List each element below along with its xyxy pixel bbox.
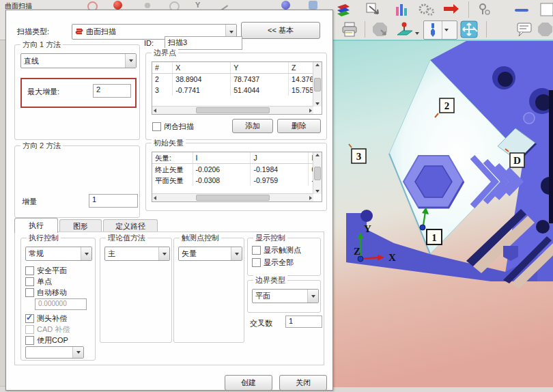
table-header: # X Y Z xyxy=(152,62,322,74)
hit-control-combo[interactable]: 矢量 xyxy=(178,247,242,261)
histogram-icon[interactable] xyxy=(393,1,411,18)
initial-vectors-table[interactable]: 矢量: I J K 终止矢量 -0.0206 -0.1984 0 平面矢量 -0… xyxy=(152,152,322,202)
probe-config-icon[interactable] xyxy=(475,1,493,18)
safe-plane-checkbox[interactable]: 安全平面 xyxy=(25,266,67,276)
pan-view-icon[interactable] xyxy=(460,20,478,38)
probe-comp-checkbox[interactable]: 测头补偿 xyxy=(25,313,67,324)
boundary-type-group: 边界类型 平面 xyxy=(247,280,321,313)
increment-input[interactable]: 1 xyxy=(89,194,138,208)
table-row[interactable]: 3 -0.7741 51.4044 15.755 xyxy=(152,85,322,96)
surface-scan-icon xyxy=(75,28,84,36)
octagon-snap-icon[interactable] xyxy=(371,20,389,38)
boundary-points-group-title: 边界点 xyxy=(152,48,178,58)
tab-define-path[interactable]: 定义路径 xyxy=(103,219,158,233)
scan-type-label: 扫描类型: xyxy=(17,27,49,37)
delete-button[interactable]: 删除 xyxy=(277,119,321,133)
chevron-down-icon[interactable] xyxy=(158,247,169,260)
chevron-down-icon[interactable] xyxy=(72,347,83,358)
cad-feature-icon[interactable] xyxy=(309,1,317,10)
direction1-group: 方向 1 方法 直线 最大增量: 2 xyxy=(14,44,140,140)
max-increment-input[interactable]: 2 xyxy=(93,84,131,98)
nominals-method-group: 理论值方法 主 xyxy=(100,238,172,343)
vertical-scrollbar[interactable] xyxy=(313,62,322,107)
execution-tab-page: 执行控制 常规 安全平面 单点 自动移动 0.000000 测头补偿 CAD 补… xyxy=(14,232,324,365)
cop-combo[interactable] xyxy=(25,346,84,359)
direction2-group-title: 方向 2 方法 xyxy=(20,141,63,151)
add-button[interactable]: 添加 xyxy=(232,119,273,133)
chevron-down-icon[interactable] xyxy=(231,247,242,260)
point-feature-icon[interactable] xyxy=(145,3,150,8)
table-row[interactable]: 2 38.8904 78.7437 14.376 xyxy=(152,74,322,85)
single-point-checkbox[interactable]: 单点 xyxy=(25,277,52,287)
nominals-method-combo[interactable]: 主 xyxy=(104,247,170,261)
export-arrow-icon[interactable] xyxy=(365,1,382,18)
horizontal-scrollbar[interactable] xyxy=(152,193,313,201)
vertical-scrollbar[interactable] xyxy=(313,152,322,194)
show-all-checkbox[interactable]: 显示全部 xyxy=(252,257,294,268)
red-arrow-icon[interactable] xyxy=(442,1,460,18)
hit-control-group-title: 触测点控制 xyxy=(180,233,221,243)
table-row[interactable]: 终止矢量 -0.0206 -0.1984 0 xyxy=(152,164,322,175)
horizontal-scrollbar[interactable] xyxy=(152,106,313,114)
chevron-down-icon[interactable] xyxy=(307,290,318,303)
comment-icon[interactable] xyxy=(516,20,534,38)
print-icon[interactable] xyxy=(341,20,359,38)
create-button[interactable]: 创建 xyxy=(225,375,272,391)
tab-graphics[interactable]: 图形 xyxy=(59,219,102,233)
display-control-group-title: 显示控制 xyxy=(253,233,287,243)
vector-feature-icon[interactable]: Y xyxy=(195,1,203,9)
nominals-group-title: 理论值方法 xyxy=(106,233,147,243)
gears-icon[interactable] xyxy=(418,1,436,18)
boundary-type-group-title: 边界类型 xyxy=(253,275,287,285)
increment-label: 增量 xyxy=(22,197,37,207)
table-header: 矢量: I J K xyxy=(152,152,322,164)
auto-move-checkbox[interactable]: 自动移动 xyxy=(25,288,67,298)
chevron-down-icon[interactable] xyxy=(81,247,91,260)
sphere-feature-icon[interactable] xyxy=(113,1,122,10)
marker-3: 3 xyxy=(356,151,362,162)
part-edge-shadow xyxy=(549,90,553,223)
3d-viewport[interactable]: Y X Z 2 3 D 1 xyxy=(332,40,553,387)
ruler-icon[interactable] xyxy=(513,1,531,18)
chevron-down-icon[interactable] xyxy=(125,54,136,68)
document-icon[interactable] xyxy=(538,1,553,18)
crossings-input[interactable]: 1 xyxy=(285,316,322,328)
direction2-group: 方向 2 方法 增量 1 xyxy=(14,145,140,218)
use-cop-checkbox[interactable]: 使用COP xyxy=(25,335,68,346)
direction1-method-combo[interactable]: 直线 xyxy=(20,53,137,68)
marker-2: 2 xyxy=(444,100,450,111)
exec-mode-combo[interactable]: 常规 xyxy=(25,247,92,261)
probe-mode-selector[interactable] xyxy=(423,20,457,40)
axis-z-label: Z xyxy=(354,246,360,257)
show-hits-checkbox[interactable]: 显示触测点 xyxy=(252,245,301,255)
closed-scan-checkbox[interactable]: 闭合扫描 xyxy=(152,122,194,132)
boundary-points-table[interactable]: # X Y Z 2 38.8904 78.7437 14.376 3 -0.77… xyxy=(152,61,322,115)
exec-control-group-title: 执行控制 xyxy=(27,233,61,243)
auto-move-distance-input[interactable]: 0.000000 xyxy=(35,298,87,310)
cad-comp-checkbox: CAD 补偿 xyxy=(25,324,70,335)
probe-level-icon[interactable] xyxy=(395,20,412,38)
close-button[interactable]: 关闭 xyxy=(279,375,327,391)
crossings-label: 交叉数 xyxy=(250,318,272,328)
sphere-blue-icon[interactable] xyxy=(281,1,290,10)
probe-icon xyxy=(424,22,442,38)
basic-toggle-button[interactable]: << 基本 xyxy=(241,22,320,39)
initial-vectors-group-title: 初始矢量 xyxy=(152,138,186,148)
marker-1: 1 xyxy=(431,232,437,243)
layers-icon[interactable] xyxy=(335,1,352,18)
surface-scan-dialog: 曲面扫描 扫描类型: 曲面扫描 << 基本 方向 1 方法 直线 最大增量: 2… xyxy=(5,10,333,391)
table-row[interactable]: 平面矢量 -0.0308 -0.9759 - xyxy=(152,175,322,186)
max-increment-highlight: 最大增量: 2 xyxy=(20,78,137,108)
probe-dropdown-arrow[interactable] xyxy=(442,21,451,39)
direction1-group-title: 方向 1 方法 xyxy=(20,40,63,50)
hit-control-group: 触测点控制 矢量 xyxy=(173,238,244,343)
initial-vectors-group: 初始矢量 矢量: I J K 终止矢量 -0.0206 -0.1984 0 平面… xyxy=(145,143,327,211)
boundary-points-group: 边界点 # X Y Z 2 38.8904 78.7437 14.376 3 -… xyxy=(145,53,327,140)
tab-execution[interactable]: 执行 xyxy=(14,218,58,233)
boundary-type-combo[interactable]: 平面 xyxy=(252,289,319,303)
octagon-icon[interactable] xyxy=(537,20,553,38)
display-control-group: 显示控制 显示触测点 显示全部 xyxy=(247,238,321,276)
axis-x-label: X xyxy=(388,252,396,263)
max-increment-label: 最大增量: xyxy=(27,87,59,97)
dialog-title: 曲面扫描 xyxy=(5,1,32,11)
